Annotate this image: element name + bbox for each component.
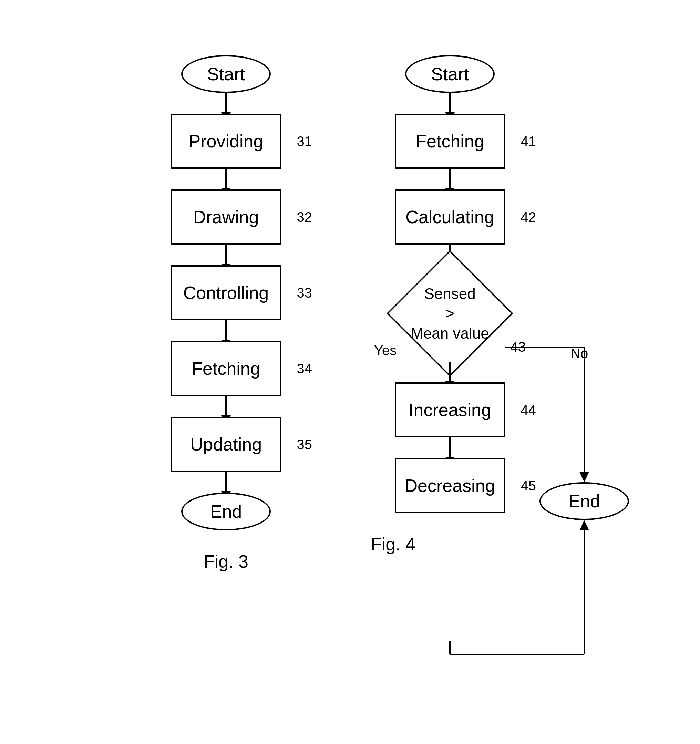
fig4-end-label: End [568, 491, 600, 512]
fig4-step45-rect: Decreasing [395, 458, 505, 513]
arrow-start-31 [225, 93, 227, 114]
fig4-arrow-41-42 [449, 169, 451, 189]
fig4-step42-num: 42 [521, 210, 536, 225]
fig4-step43-num: 43 [511, 339, 526, 355]
fig4-step43-line2: > [445, 305, 454, 322]
fig4-step43-line3: Mean value [411, 325, 489, 342]
fig4-step43-diamond-wrap: Sensed > Mean value [395, 265, 505, 362]
fig3-start-label: Start [207, 64, 245, 84]
fig4-step43-text: Sensed > Mean value [411, 284, 489, 343]
page: Start Providing 31 Drawing 32 Controllin… [0, 0, 700, 744]
arrow-32-33 [225, 244, 227, 265]
no-path-arrowhead [579, 472, 589, 482]
fig3-step35-label: Updating [190, 434, 262, 455]
fig4-step44-num: 44 [521, 402, 536, 418]
arrow-35-end [225, 472, 227, 493]
fig3-step33-num: 33 [297, 285, 313, 301]
fig3-label: Fig. 3 [204, 551, 249, 572]
fig4-step44-label: Increasing [408, 400, 491, 420]
arrow-33-34 [225, 320, 227, 341]
fig3-step32-num: 32 [297, 210, 313, 225]
fig4-step44-wrap: Increasing 44 [395, 382, 505, 437]
fig4-step43-wrap: Sensed > Mean value 43 Yes [371, 265, 529, 362]
fig3-step34-label: Fetching [192, 358, 260, 379]
fig3-step33-rect: Controlling [171, 265, 281, 320]
fig4-end-wrap: End [539, 482, 629, 520]
fig4-step42-label: Calculating [405, 207, 494, 227]
fig3-end-wrap: End [181, 493, 271, 530]
fig3-step31-rect: Providing [171, 114, 281, 169]
fig3-step35-rect: Updating [171, 417, 281, 472]
fig3-step34-num: 34 [297, 361, 313, 376]
fig3-step31-label: Providing [189, 131, 264, 152]
fig3-start-oval: Start [181, 55, 271, 93]
fig3-end-label: End [210, 501, 242, 522]
fig3-step32-rect: Drawing [171, 189, 281, 244]
fig3-step31-num: 31 [297, 134, 313, 149]
fig4-step45-wrap: Decreasing 45 [395, 458, 505, 513]
fig3-step33-label: Controlling [183, 283, 269, 303]
fig4-step43-line1: Sensed [424, 285, 475, 302]
fig4-step41-label: Fetching [416, 131, 484, 152]
fig4-step41-rect: Fetching [395, 114, 505, 169]
fig4-step45-label: Decreasing [404, 475, 495, 496]
fig3-step34-wrap: Fetching 34 [171, 341, 281, 396]
fig3-step32-wrap: Drawing 32 [171, 189, 281, 244]
fig3-start-wrap: Start [181, 55, 271, 93]
fig3-step33-wrap: Controlling 33 [171, 265, 281, 320]
fig3-step35-num: 35 [297, 437, 313, 452]
fig4-arrow-start-41 [449, 93, 451, 114]
fig3-step34-rect: Fetching [171, 341, 281, 396]
arrow-31-32 [225, 169, 227, 189]
fig3-flowchart: Start Providing 31 Drawing 32 Controllin… [171, 55, 281, 572]
fig4-step42-rect: Calculating [395, 189, 505, 244]
fig4-yes-label: Yes [374, 343, 396, 358]
fig4-step45-num: 45 [521, 478, 536, 494]
fig4-flowchart: Start Fetching 41 Calculating 42 [336, 55, 529, 555]
fig3-end-oval: End [181, 493, 271, 530]
fig4-step41-wrap: Fetching 41 [395, 114, 505, 169]
fig4-step44-rect: Increasing [395, 382, 505, 437]
fig4-arrow-44-45 [449, 437, 451, 458]
fig4-start-oval: Start [405, 55, 495, 93]
fig4-start-wrap: Start [405, 55, 495, 93]
fig4-step42-wrap: Calculating 42 [395, 189, 505, 244]
step45-arrowhead [579, 520, 589, 530]
fig3-step31-wrap: Providing 31 [171, 114, 281, 169]
fig4-label: Fig. 4 [371, 534, 416, 555]
fig4-start-label: Start [431, 64, 469, 84]
fig4-arrow-43-44 [449, 362, 451, 382]
fig4-no-label-text: No [570, 346, 588, 361]
fig4-step41-num: 41 [521, 134, 536, 149]
fig4-end-oval: End [539, 482, 629, 520]
arrow-34-35 [225, 396, 227, 417]
fig3-step32-label: Drawing [193, 207, 259, 227]
fig3-step35-wrap: Updating 35 [171, 417, 281, 472]
fig4-main-col: Start Fetching 41 Calculating 42 [371, 55, 529, 513]
